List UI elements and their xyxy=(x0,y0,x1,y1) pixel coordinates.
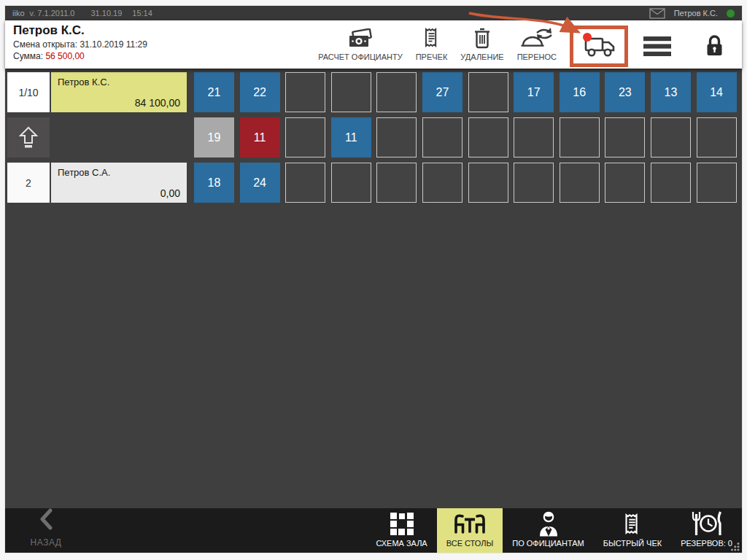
waiter-row-info: Петров С.А.0,00 xyxy=(51,163,187,203)
hamburger-menu-icon xyxy=(643,36,671,57)
toolbar-button-pay-to-waiter[interactable]: РАСЧЕТ ОФИЦИАНТУ xyxy=(311,26,409,61)
header: Петров К.С. Смена открыта: 31.10.2019 11… xyxy=(5,20,742,69)
waiters-panel: 1/10Петров К.С.84 100,002Петров С.А.0,00 xyxy=(7,72,187,203)
waiter-row[interactable]: 1/10Петров К.С.84 100,00 xyxy=(7,72,187,112)
toolbar-button-transfer[interactable]: ПЕРЕНОС xyxy=(511,26,563,61)
toolbar-button-label: ПЕРЕНОС xyxy=(517,52,557,61)
toolbar-button-label: ПРЕЧЕК xyxy=(416,52,448,61)
banknotes-icon xyxy=(347,26,373,49)
table-17[interactable]: 17 xyxy=(514,72,554,112)
table-slot-empty xyxy=(468,163,508,203)
tables-grid: 21222717162313141911111824 xyxy=(194,72,737,203)
titlebar-date: 31.10.19 xyxy=(91,9,123,18)
app-window: iiko v. 7.1.2011.0 31.10.19 15:14 Петров… xyxy=(5,6,742,553)
table-slot-empty xyxy=(605,163,645,203)
titlebar-user-name: Петров К.С. xyxy=(674,9,718,18)
annotation-box xyxy=(570,26,628,67)
toolbar-button-precheck[interactable]: ПРЕЧЕК xyxy=(409,26,454,61)
tab-quick-check[interactable]: БЫСТРЫЙ ЧЕК xyxy=(594,508,671,553)
waiter-row-number: 2 xyxy=(7,163,50,203)
menu-button[interactable] xyxy=(635,26,680,67)
tables-view: 1/10Петров К.С.84 100,002Петров С.А.0,00… xyxy=(5,69,742,508)
up-arrow-icon xyxy=(18,125,39,150)
resize-grip[interactable] xyxy=(729,541,740,552)
quick-receipt-icon xyxy=(623,510,641,537)
table-19[interactable]: 19 xyxy=(194,117,234,158)
online-status-dot xyxy=(727,9,735,18)
sum-label: Сумма: xyxy=(13,51,43,61)
tab-label: ПО ОФИЦИАНТАМ xyxy=(512,539,584,548)
waiter-row[interactable]: 2Петров С.А.0,00 xyxy=(7,163,187,203)
scroll-up-button[interactable] xyxy=(7,117,50,158)
lock-button[interactable] xyxy=(696,26,733,67)
tab-all-tables[interactable]: ВСЕ СТОЛЫ xyxy=(437,508,503,553)
table-slot-empty xyxy=(376,72,417,112)
table-slot-empty xyxy=(468,117,508,158)
table-slot-empty xyxy=(331,72,371,112)
delivery-button[interactable] xyxy=(581,31,617,61)
table-slot-empty xyxy=(560,163,600,203)
table-18[interactable]: 18 xyxy=(194,163,234,203)
titlebar: iiko v. 7.1.2011.0 31.10.19 15:14 Петров… xyxy=(5,6,742,20)
table-slot-empty xyxy=(376,163,417,203)
table-slot-empty xyxy=(331,163,371,203)
table-slot-empty xyxy=(285,117,325,158)
bottom-bar: НАЗАД СХЕМА ЗАЛАВСЕ СТОЛЫПО ОФИЦИАНТАМБЫ… xyxy=(5,508,742,553)
sum-value: 56 500,00 xyxy=(45,51,84,61)
waiter-row-info: Петров К.С.84 100,00 xyxy=(51,72,187,112)
tab-floor-plan[interactable]: СХЕМА ЗАЛА xyxy=(366,508,436,553)
receipt-icon xyxy=(423,26,440,49)
toolbar-button-label: УДАЛЕНИЕ xyxy=(460,52,503,61)
table-slot-empty xyxy=(651,117,691,158)
table-slot-empty xyxy=(697,163,737,203)
app-logo: iiko xyxy=(12,9,25,18)
reservation-icon xyxy=(690,510,724,537)
header-toolbar: РАСЧЕТ ОФИЦИАНТУПРЕЧЕКУДАЛЕНИЕПЕРЕНОС xyxy=(311,26,738,67)
table-slot-empty xyxy=(285,72,325,112)
trash-icon xyxy=(473,26,492,49)
table-slot-empty xyxy=(422,117,462,158)
table-27[interactable]: 27 xyxy=(422,72,462,112)
waiter-row-amount: 84 100,00 xyxy=(135,97,180,109)
tab-by-waiters[interactable]: ПО ОФИЦИАНТАМ xyxy=(503,508,594,553)
toolbar-buttons: РАСЧЕТ ОФИЦИАНТУПРЕЧЕКУДАЛЕНИЕПЕРЕНОС xyxy=(311,26,563,61)
table-16[interactable]: 16 xyxy=(560,72,600,112)
table-slot-empty xyxy=(376,117,417,158)
resize-grip-icon xyxy=(729,541,740,552)
titlebar-time: 15:14 xyxy=(132,9,152,18)
table-slot-empty xyxy=(468,72,508,112)
table-11[interactable]: 11 xyxy=(331,117,371,158)
table-slot-empty xyxy=(285,163,325,203)
waiter-row-name: Петров С.А. xyxy=(58,167,180,178)
back-button[interactable]: НАЗАД xyxy=(5,508,87,553)
table-slot-empty xyxy=(560,117,600,158)
table-21[interactable]: 21 xyxy=(194,72,234,112)
table-slot-empty xyxy=(514,117,554,158)
back-button-label: НАЗАД xyxy=(31,537,62,548)
bottom-tabs: СХЕМА ЗАЛАВСЕ СТОЛЫПО ОФИЦИАНТАМБЫСТРЫЙ … xyxy=(366,508,742,553)
table-13[interactable]: 13 xyxy=(651,72,691,112)
tab-label: РЕЗЕРВОВ: 0 xyxy=(681,539,732,548)
tab-label: БЫСТРЫЙ ЧЕК xyxy=(603,539,662,548)
table-22[interactable]: 22 xyxy=(240,72,280,112)
waiter-row-name: Петров К.С. xyxy=(58,77,180,88)
transfer-dish-icon xyxy=(520,26,554,49)
table-11[interactable]: 11 xyxy=(240,117,280,158)
waiter-icon xyxy=(537,510,560,537)
messages-button[interactable] xyxy=(649,8,665,19)
chevron-left-icon xyxy=(38,508,54,530)
table-slot-empty xyxy=(697,117,737,158)
waiter-row-number: 1/10 xyxy=(7,72,50,112)
table-slot-empty xyxy=(605,117,645,158)
table-slot-empty xyxy=(651,163,691,203)
table-slot-empty xyxy=(422,163,462,203)
lock-icon xyxy=(705,35,724,58)
delivery-truck-icon xyxy=(581,31,617,59)
toolbar-button-delete[interactable]: УДАЛЕНИЕ xyxy=(454,26,510,61)
table-14[interactable]: 14 xyxy=(697,72,737,112)
table-23[interactable]: 23 xyxy=(605,72,645,112)
tables-icon xyxy=(452,510,488,537)
envelope-icon xyxy=(649,8,665,19)
table-24[interactable]: 24 xyxy=(240,163,280,203)
floor-plan-icon xyxy=(389,510,414,537)
